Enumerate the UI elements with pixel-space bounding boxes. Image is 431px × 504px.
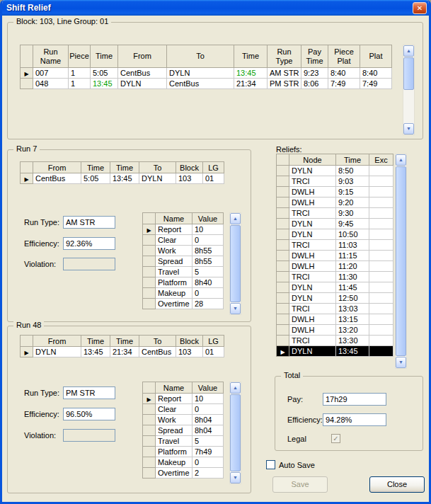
relief-row[interactable]: TRCI 13:03 bbox=[277, 304, 393, 314]
scrollbar-thumb[interactable] bbox=[396, 166, 406, 356]
cell-exc bbox=[369, 197, 393, 208]
cell-time: 11:30 bbox=[336, 272, 369, 282]
relief-row[interactable]: TRCI 13:30 bbox=[277, 336, 393, 346]
cell-exc bbox=[369, 293, 393, 304]
cell-time: 9:45 bbox=[336, 219, 369, 229]
relief-row[interactable]: DYLN 8:50 bbox=[277, 166, 393, 176]
relief-row[interactable]: DYLN 12:50 bbox=[277, 293, 393, 304]
relief-row[interactable]: TRCI 9:03 bbox=[277, 176, 393, 187]
cell-pay-time: 8:06 bbox=[301, 79, 328, 89]
table-row[interactable]: Clear 0 bbox=[143, 235, 224, 246]
table-row[interactable]: Platform 8h40 bbox=[143, 277, 224, 288]
violation-field[interactable] bbox=[63, 258, 115, 270]
relief-row[interactable]: TRCI 11:30 bbox=[277, 272, 393, 282]
row-selector-header bbox=[21, 45, 33, 68]
relief-row[interactable]: TRCI 11:03 bbox=[277, 240, 393, 251]
col-time-2: Time bbox=[110, 162, 139, 173]
legal-checkbox: ✓ bbox=[331, 434, 340, 443]
cell-exc bbox=[369, 304, 393, 314]
row-selector bbox=[143, 235, 156, 246]
cell-node: DWLH bbox=[289, 187, 336, 197]
row-selector: ▶ bbox=[143, 394, 156, 404]
table-row[interactable]: Travel 5 bbox=[143, 267, 224, 277]
table-row[interactable]: Spread 8h55 bbox=[143, 256, 224, 267]
cell-value: 2 bbox=[192, 468, 224, 479]
row-selector bbox=[277, 282, 289, 293]
run7-stats-scrollbar[interactable]: ▲ ▼ bbox=[229, 212, 241, 315]
row-selector bbox=[143, 299, 156, 309]
table-row[interactable]: ▶ Report 10 bbox=[143, 394, 224, 404]
cell-name: Makeup bbox=[156, 288, 192, 299]
scrollbar-thumb[interactable] bbox=[403, 57, 414, 90]
run48-stats-scrollbar[interactable]: ▲ ▼ bbox=[229, 382, 241, 484]
col-from: From bbox=[33, 336, 81, 347]
scroll-up-icon[interactable]: ▲ bbox=[230, 213, 241, 224]
relief-row[interactable]: TRCI 9:30 bbox=[277, 208, 393, 219]
scroll-down-icon[interactable]: ▼ bbox=[396, 357, 406, 368]
relief-row[interactable]: DWLH 9:20 bbox=[277, 197, 393, 208]
relief-row[interactable]: DWLH 11:15 bbox=[277, 251, 393, 261]
table-row[interactable]: 048 1 13:45 DYLN CentBus 21:34 PM STR 8:… bbox=[21, 79, 392, 89]
table-row[interactable]: Travel 5 bbox=[143, 436, 224, 447]
relief-row-selected[interactable]: ▶ DYLN 13:45 bbox=[277, 346, 393, 357]
row-selector bbox=[277, 261, 289, 272]
table-row[interactable]: Spread 8h04 bbox=[143, 425, 224, 436]
scroll-down-icon[interactable]: ▼ bbox=[230, 303, 241, 314]
cell-plat: 8:40 bbox=[360, 68, 392, 79]
close-button[interactable]: Close bbox=[369, 476, 425, 493]
col-run-type: Run Type bbox=[268, 45, 301, 68]
relief-row[interactable]: DYLN 11:45 bbox=[277, 282, 393, 293]
close-icon[interactable]: ✕ bbox=[413, 2, 427, 14]
reliefs-scrollbar[interactable]: ▲ ▼ bbox=[395, 154, 407, 369]
table-row[interactable]: ▶ Report 10 bbox=[143, 224, 224, 235]
scroll-up-icon[interactable]: ▲ bbox=[403, 45, 414, 57]
table-row[interactable]: Makeup 0 bbox=[143, 457, 224, 468]
efficiency-field[interactable] bbox=[63, 237, 115, 250]
efficiency-field[interactable] bbox=[63, 408, 115, 420]
block-table-scrollbar[interactable]: ▲ ▼ bbox=[403, 45, 415, 135]
pay-field[interactable] bbox=[323, 393, 386, 406]
scrollbar-thumb[interactable] bbox=[230, 394, 241, 471]
table-row[interactable]: Overtime 28 bbox=[143, 299, 224, 309]
scrollbar-thumb[interactable] bbox=[230, 225, 241, 302]
table-row[interactable]: Work 8h04 bbox=[143, 415, 224, 425]
relief-row[interactable]: DWLH 9:15 bbox=[277, 187, 393, 197]
relief-row[interactable]: DWLH 13:15 bbox=[277, 314, 393, 325]
table-row[interactable]: ▶ 007 1 5:05 CentBus DYLN 13:45 AM STR 9… bbox=[21, 68, 392, 79]
col-piece: Piece bbox=[69, 45, 91, 68]
cell-exc bbox=[369, 240, 393, 251]
table-row[interactable]: Makeup 0 bbox=[143, 288, 224, 299]
scroll-up-icon[interactable]: ▲ bbox=[230, 382, 241, 394]
table-row[interactable]: ▶ DYLN 13:45 21:34 CentBus 103 01 bbox=[21, 347, 224, 357]
title-bar[interactable]: Shift Relief ✕ bbox=[2, 0, 429, 16]
row-selector bbox=[143, 468, 156, 479]
cell-time: 11:45 bbox=[336, 282, 369, 293]
cell-value: 8h04 bbox=[192, 415, 224, 425]
relief-row[interactable]: DYLN 9:45 bbox=[277, 219, 393, 229]
violation-field[interactable] bbox=[63, 429, 115, 442]
cell-time: 9:03 bbox=[336, 176, 369, 187]
cell-name: Work bbox=[156, 246, 192, 256]
cell-name: Overtime bbox=[156, 299, 192, 309]
scroll-up-icon[interactable]: ▲ bbox=[396, 154, 406, 166]
table-row[interactable]: Work 8h55 bbox=[143, 246, 224, 256]
scroll-down-icon[interactable]: ▼ bbox=[230, 472, 241, 483]
table-row[interactable]: ▶ CentBus 5:05 13:45 DYLN 103 01 bbox=[21, 173, 224, 184]
table-row[interactable]: Overtime 2 bbox=[143, 468, 224, 479]
cell-name: Makeup bbox=[156, 457, 192, 468]
run-type-field[interactable] bbox=[63, 386, 115, 399]
table-row[interactable]: Clear 0 bbox=[143, 404, 224, 415]
cell-node: DYLN bbox=[289, 166, 336, 176]
scroll-down-icon[interactable]: ▼ bbox=[403, 123, 414, 134]
run48-groupbox: Run 48 From Time Time To Block LG bbox=[7, 326, 251, 493]
table-row[interactable]: Platform 7h49 bbox=[143, 447, 224, 457]
run-type-field[interactable] bbox=[63, 216, 115, 229]
relief-row[interactable]: DYLN 10:50 bbox=[277, 229, 393, 240]
auto-save-checkbox[interactable] bbox=[266, 460, 275, 469]
total-efficiency-field[interactable] bbox=[323, 413, 386, 426]
save-button[interactable]: Save bbox=[272, 476, 328, 493]
col-from: From bbox=[118, 45, 167, 68]
relief-row[interactable]: DWLH 13:20 bbox=[277, 325, 393, 336]
run-type-label: Run Type: bbox=[24, 389, 59, 397]
relief-row[interactable]: DWLH 11:20 bbox=[277, 261, 393, 272]
